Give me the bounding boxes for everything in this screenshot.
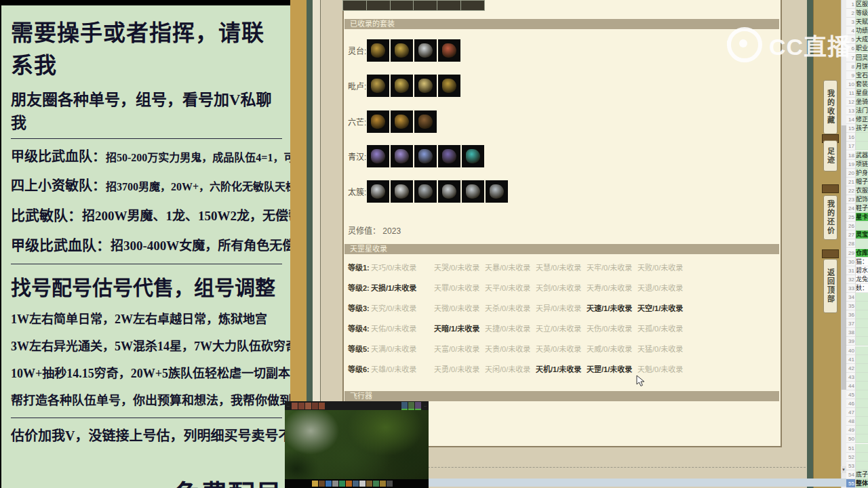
sheet-cell[interactable]: 整体: [856, 479, 868, 488]
sheet-row-number[interactable]: 9: [846, 71, 856, 80]
sheet-row-number[interactable]: 35: [846, 302, 856, 310]
sheet-cell[interactable]: 等级: [856, 9, 868, 18]
sheet-cell[interactable]: 孩子: [856, 124, 868, 133]
sheet-cell[interactable]: 职业: [856, 44, 868, 53]
gameplay-video-overlay[interactable]: ····: [285, 401, 429, 488]
set-item-icon[interactable]: [414, 39, 437, 62]
sheet-row-number[interactable]: 36: [846, 310, 856, 319]
set-item-icon[interactable]: [367, 39, 389, 62]
inventory-slot[interactable]: [391, 1, 414, 10]
sheet-cell[interactable]: 配饰: [856, 195, 868, 204]
tab-my-collection[interactable]: 我的收藏: [823, 80, 837, 134]
sheet-cell[interactable]: [856, 417, 868, 426]
sheet-row-number[interactable]: 48: [846, 417, 856, 426]
sheet-row-number[interactable]: 34: [846, 293, 856, 302]
sheet-cell[interactable]: 武器: [856, 151, 868, 160]
sheet-row-number[interactable]: 49: [846, 426, 856, 434]
sheet-cell[interactable]: 衣服: [856, 186, 868, 195]
sheet-cell[interactable]: [856, 310, 868, 319]
sheet-cell[interactable]: [856, 133, 868, 142]
sheet-cell[interactable]: [856, 302, 868, 310]
set-item-icon[interactable]: [438, 39, 460, 62]
sheet-cell[interactable]: [856, 408, 868, 417]
inventory-slot[interactable]: [367, 1, 390, 10]
sheet-row-number[interactable]: 3: [846, 18, 856, 26]
sheet-row-number[interactable]: 53: [846, 462, 856, 470]
sheet-row-number[interactable]: 47: [846, 408, 856, 417]
sheet-cell[interactable]: 龙兔: [856, 275, 868, 284]
sheet-row-number[interactable]: 45: [846, 390, 856, 399]
sheet-cell[interactable]: 区服: [856, 0, 868, 9]
sheet-row-number[interactable]: 19: [846, 160, 856, 169]
sheet-cell[interactable]: [856, 337, 868, 346]
sheet-row-number[interactable]: 12: [846, 98, 856, 106]
sheet-row-number[interactable]: 22: [846, 186, 856, 195]
set-item-icon[interactable]: [414, 145, 437, 167]
sheet-row-number[interactable]: 21: [846, 178, 856, 186]
sheet-cell[interactable]: [856, 444, 868, 453]
sheet-cell[interactable]: [856, 426, 868, 434]
sheet-row-number[interactable]: 52: [846, 453, 856, 462]
set-item-icon[interactable]: [414, 180, 437, 203]
sheet-cell[interactable]: [856, 346, 868, 355]
sheet-row-number[interactable]: 25: [846, 213, 856, 222]
set-item-icon[interactable]: [414, 75, 437, 97]
sheet-row-number[interactable]: 8: [846, 62, 856, 71]
set-item-icon[interactable]: [391, 180, 413, 203]
sheet-cell[interactable]: 护身: [856, 169, 868, 178]
inventory-slot[interactable]: [343, 1, 366, 10]
sheet-cell[interactable]: 项链: [856, 160, 868, 169]
sheet-cell[interactable]: [856, 293, 868, 302]
sheet-cell[interactable]: [856, 364, 868, 373]
tab-footprints[interactable]: 足迹: [823, 140, 837, 171]
inventory-slot[interactable]: [437, 1, 460, 10]
tab-back-to-top[interactable]: 返回顶部: [823, 259, 837, 313]
sheet-cell[interactable]: 套装: [856, 80, 868, 89]
sheet-cell[interactable]: [856, 328, 868, 337]
set-item-icon[interactable]: [438, 75, 460, 97]
sheet-row-number[interactable]: 13: [846, 106, 856, 115]
sheet-row-number[interactable]: 40: [846, 346, 856, 355]
sheet-row-number[interactable]: 51: [846, 444, 856, 453]
sheet-row-number[interactable]: 28: [846, 239, 856, 248]
sheet-cell[interactable]: 碧水: [856, 266, 868, 275]
set-item-icon[interactable]: [391, 75, 413, 97]
sheet-cell[interactable]: [856, 319, 868, 328]
sheet-row-number[interactable]: 39: [846, 337, 856, 346]
sheet-row-number[interactable]: 2: [846, 9, 856, 18]
set-item-icon[interactable]: [367, 145, 389, 167]
sheet-cell[interactable]: [856, 434, 868, 443]
set-item-icon[interactable]: [462, 145, 484, 167]
sheet-cell[interactable]: 天赋: [856, 18, 868, 26]
sheet-row-number[interactable]: 50: [846, 434, 856, 443]
set-item-icon[interactable]: [367, 180, 389, 203]
sheet-row-number[interactable]: 55: [846, 479, 856, 488]
sheet-row-number[interactable]: 30: [846, 258, 856, 266]
sheet-cell[interactable]: [856, 355, 868, 364]
sheet-cell[interactable]: [856, 399, 868, 408]
set-item-icon[interactable]: [414, 110, 437, 133]
sheet-row-number[interactable]: 42: [846, 364, 856, 373]
sheet-row-number[interactable]: 26: [846, 222, 856, 230]
set-item-icon[interactable]: [462, 180, 484, 203]
set-item-icon[interactable]: [438, 145, 460, 167]
sheet-row-number[interactable]: 32: [846, 275, 856, 284]
sheet-cell[interactable]: [856, 453, 868, 462]
sheet-row-number[interactable]: 38: [846, 328, 856, 337]
sheet-cell[interactable]: 鞋子: [856, 204, 868, 213]
sheet-row-number[interactable]: 27: [846, 230, 856, 239]
sheet-cell[interactable]: 猫：: [856, 258, 868, 266]
sheet-row-number[interactable]: 15: [846, 124, 856, 133]
sheet-cell[interactable]: 法门: [856, 106, 868, 115]
sheet-cell[interactable]: 麸：: [856, 284, 868, 293]
sheet-cell[interactable]: [856, 382, 868, 390]
set-item-icon[interactable]: [486, 180, 508, 203]
sheet-row-number[interactable]: 46: [846, 399, 856, 408]
sheet-cell[interactable]: [856, 390, 868, 399]
sheet-row-number[interactable]: 43: [846, 373, 856, 382]
sheet-row-number[interactable]: 20: [846, 169, 856, 178]
sheet-cell[interactable]: 宝石: [856, 71, 868, 80]
inventory-slot[interactable]: [414, 1, 437, 10]
sheet-cell[interactable]: 仓库: [856, 249, 868, 258]
sheet-cell[interactable]: [856, 462, 868, 470]
